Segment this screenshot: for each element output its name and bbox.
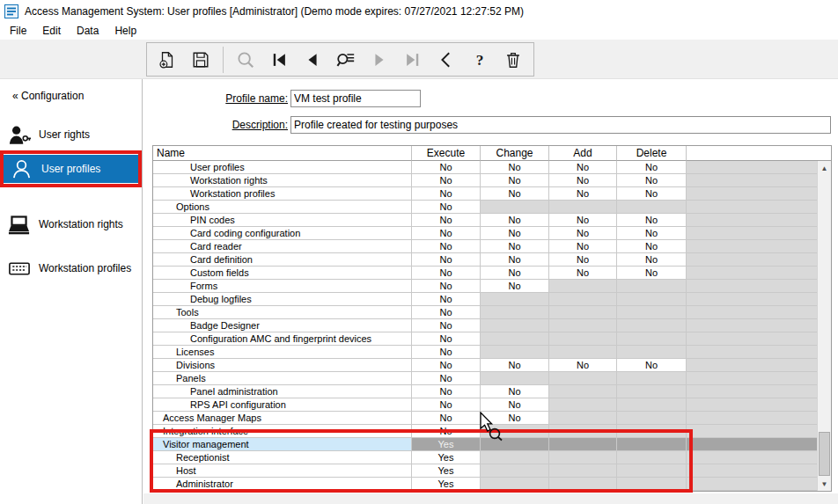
cell-change[interactable]: No bbox=[481, 385, 549, 398]
cell-add[interactable]: No bbox=[549, 161, 617, 174]
cell-execute[interactable]: No bbox=[412, 425, 481, 438]
sidebar-item-user-rights[interactable]: User rights bbox=[0, 121, 143, 148]
cell-name[interactable]: Administrator bbox=[153, 478, 412, 491]
cell-execute[interactable]: No bbox=[412, 306, 481, 319]
cell-name[interactable]: Workstation profiles bbox=[153, 187, 412, 201]
back-button[interactable] bbox=[435, 47, 458, 73]
cell-execute[interactable]: No bbox=[412, 240, 481, 253]
cell-delete[interactable]: No bbox=[617, 187, 687, 201]
cell-execute[interactable]: No bbox=[412, 280, 481, 293]
cell-add[interactable]: No bbox=[549, 227, 617, 240]
cell-name[interactable]: Tools bbox=[153, 306, 412, 319]
cell-execute[interactable]: Yes bbox=[412, 464, 481, 478]
cell-execute[interactable]: No bbox=[412, 253, 481, 267]
sidebar-item-user-profiles[interactable]: User profiles bbox=[3, 155, 139, 183]
sidebar-item-workstation-profiles[interactable]: Workstation profiles bbox=[0, 255, 143, 281]
cell-execute[interactable]: No bbox=[412, 385, 481, 398]
search-button[interactable] bbox=[234, 47, 257, 73]
cell-change[interactable]: No bbox=[481, 161, 549, 174]
cell-execute[interactable]: No bbox=[412, 174, 481, 187]
cell-change[interactable]: No bbox=[481, 174, 549, 187]
cell-add[interactable]: No bbox=[549, 359, 617, 372]
cell-execute[interactable]: No bbox=[412, 346, 481, 359]
cell-execute[interactable]: No bbox=[412, 187, 481, 201]
menu-edit[interactable]: Edit bbox=[34, 23, 69, 39]
cell-name[interactable]: Card reader bbox=[153, 240, 412, 253]
cell-change[interactable]: No bbox=[481, 240, 549, 253]
next-record-button[interactable] bbox=[368, 47, 391, 73]
cell-name[interactable]: Panel administration bbox=[153, 385, 412, 398]
cell-add[interactable]: No bbox=[549, 214, 617, 227]
cell-name[interactable]: RPS API configuration bbox=[153, 398, 412, 412]
cell-change[interactable]: No bbox=[481, 214, 549, 227]
vertical-scrollbar[interactable]: ▲ ▼ bbox=[817, 161, 831, 491]
search-records-button[interactable] bbox=[334, 47, 357, 73]
new-button[interactable] bbox=[156, 47, 179, 73]
cell-change[interactable]: No bbox=[481, 267, 549, 280]
cell-delete[interactable]: No bbox=[617, 174, 687, 187]
cell-name[interactable]: Access Manager Maps bbox=[153, 412, 412, 425]
cell-execute[interactable]: Yes bbox=[412, 451, 481, 464]
description-input[interactable] bbox=[290, 116, 831, 134]
cell-name[interactable]: Debug logfiles bbox=[153, 293, 412, 306]
cell-execute[interactable]: No bbox=[412, 398, 481, 412]
cell-delete[interactable]: No bbox=[617, 359, 687, 372]
cell-name[interactable]: Workstation rights bbox=[153, 174, 412, 187]
cell-name[interactable]: Panels bbox=[153, 372, 412, 385]
scrollbar-thumb[interactable] bbox=[819, 432, 830, 476]
menu-help[interactable]: Help bbox=[107, 23, 144, 39]
cell-execute[interactable]: No bbox=[412, 372, 481, 385]
last-record-button[interactable] bbox=[401, 47, 424, 73]
cell-delete[interactable]: No bbox=[617, 227, 687, 240]
cell-delete[interactable]: No bbox=[617, 253, 687, 267]
cell-delete[interactable]: No bbox=[617, 214, 687, 227]
delete-button[interactable] bbox=[502, 47, 525, 73]
cell-execute[interactable]: Yes bbox=[412, 478, 481, 491]
previous-record-button[interactable] bbox=[301, 47, 324, 73]
cell-name[interactable]: Card coding configuration bbox=[153, 227, 412, 240]
cell-add[interactable]: No bbox=[549, 240, 617, 253]
cell-name[interactable]: Host bbox=[153, 464, 412, 478]
help-button[interactable]: ? bbox=[468, 47, 491, 73]
save-button[interactable] bbox=[189, 47, 212, 73]
cell-name[interactable]: Receptionist bbox=[153, 451, 412, 464]
cell-execute[interactable]: No bbox=[412, 201, 481, 214]
cell-change[interactable]: No bbox=[481, 359, 549, 372]
cell-execute[interactable]: No bbox=[412, 319, 481, 332]
cell-change[interactable]: No bbox=[481, 398, 549, 412]
sidebar-item-workstation-rights[interactable]: Workstation rights bbox=[0, 211, 143, 237]
cell-delete[interactable]: No bbox=[617, 240, 687, 253]
cell-execute[interactable]: No bbox=[412, 293, 481, 306]
cell-name[interactable]: Options bbox=[153, 201, 412, 214]
cell-name[interactable]: User profiles bbox=[153, 161, 412, 174]
cell-add[interactable]: No bbox=[549, 267, 617, 280]
cell-execute[interactable]: No bbox=[412, 267, 481, 280]
cell-execute[interactable]: No bbox=[412, 412, 481, 425]
cell-name[interactable]: Configuration AMC and fingerprint device… bbox=[153, 332, 412, 346]
scroll-up-button[interactable]: ▲ bbox=[818, 161, 831, 175]
cell-execute[interactable]: No bbox=[412, 214, 481, 227]
cell-change[interactable]: No bbox=[481, 227, 549, 240]
cell-add[interactable]: No bbox=[549, 174, 617, 187]
cell-change[interactable]: No bbox=[481, 253, 549, 267]
menu-data[interactable]: Data bbox=[69, 23, 107, 39]
cell-name[interactable]: PIN codes bbox=[153, 214, 412, 227]
scroll-down-button[interactable]: ▼ bbox=[818, 477, 831, 491]
profile-name-input[interactable] bbox=[290, 90, 421, 107]
cell-execute[interactable]: No bbox=[412, 332, 481, 346]
cell-execute[interactable]: No bbox=[412, 161, 481, 174]
menu-file[interactable]: File bbox=[2, 23, 34, 39]
cell-name[interactable]: Custom fields bbox=[153, 267, 412, 280]
cell-name[interactable]: Visitor management bbox=[153, 438, 412, 451]
cell-execute[interactable]: No bbox=[412, 227, 481, 240]
cell-name[interactable]: Card definition bbox=[153, 253, 412, 267]
cell-add[interactable]: No bbox=[549, 253, 617, 267]
cell-change[interactable]: No bbox=[481, 187, 549, 201]
cell-name[interactable]: Forms bbox=[153, 280, 412, 293]
cell-add[interactable]: No bbox=[549, 187, 617, 201]
cell-change[interactable]: No bbox=[481, 280, 549, 293]
cell-execute[interactable]: Yes bbox=[412, 438, 481, 451]
cell-name[interactable]: Licenses bbox=[153, 346, 412, 359]
cell-name[interactable]: Integration interface bbox=[153, 425, 412, 438]
first-record-button[interactable] bbox=[268, 47, 290, 73]
